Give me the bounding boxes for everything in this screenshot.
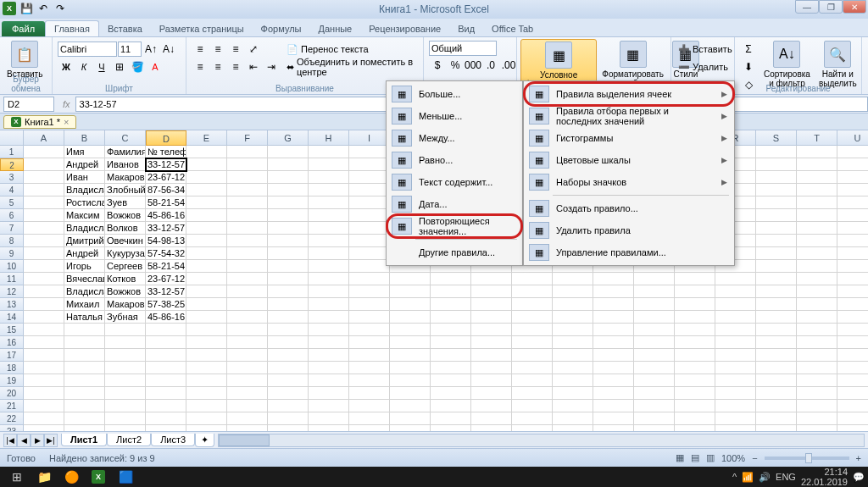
cell[interactable] [553, 374, 593, 387]
cell[interactable]: Вячеслав [64, 273, 105, 285]
cell[interactable] [309, 146, 349, 158]
font-color-icon[interactable]: A [147, 58, 164, 75]
cell[interactable] [309, 324, 349, 336]
cell[interactable] [268, 324, 309, 336]
row-header[interactable]: 17 [0, 349, 24, 362]
cell[interactable] [756, 273, 797, 285]
menu-item[interactable]: ▦Меньше... [388, 105, 520, 127]
cell[interactable] [837, 184, 868, 196]
cell[interactable] [471, 387, 512, 400]
cell[interactable] [24, 158, 64, 171]
cell[interactable]: № телефона [146, 146, 186, 158]
bold-icon[interactable]: Ж [58, 58, 75, 75]
cell[interactable] [146, 362, 186, 374]
cell[interactable] [837, 235, 868, 247]
cell[interactable] [675, 324, 715, 336]
cell[interactable] [64, 374, 105, 387]
cell[interactable] [797, 374, 837, 387]
cell[interactable] [471, 336, 512, 349]
cell[interactable]: Сергеев [105, 260, 146, 273]
cell[interactable] [471, 400, 512, 412]
decimal-inc-icon[interactable]: .0 [482, 57, 499, 74]
cell[interactable] [309, 387, 349, 400]
cell[interactable] [512, 387, 553, 400]
cell[interactable] [186, 196, 227, 209]
cell[interactable] [24, 171, 64, 184]
cell[interactable] [431, 362, 471, 374]
cell[interactable] [227, 311, 268, 324]
cell[interactable]: Ростислав [64, 196, 105, 209]
cell[interactable] [227, 260, 268, 273]
cell[interactable] [390, 324, 431, 336]
cell[interactable] [797, 247, 837, 260]
cell[interactable] [675, 349, 715, 362]
align-left-icon[interactable]: ≡ [192, 58, 209, 75]
cell[interactable] [471, 349, 512, 362]
row-header[interactable]: 22 [0, 412, 24, 425]
cell[interactable] [837, 374, 868, 387]
cell[interactable] [227, 171, 268, 184]
menu-item[interactable]: ▦Между... [388, 127, 520, 149]
percent-icon[interactable]: % [447, 57, 464, 74]
row-header[interactable]: 4 [0, 184, 24, 196]
sheet-nav-prev[interactable]: ◀ [17, 434, 31, 447]
cell[interactable] [146, 349, 186, 362]
font-size-select[interactable] [118, 42, 142, 57]
undo-icon[interactable]: ↶ [36, 2, 51, 15]
column-header[interactable]: U [837, 130, 868, 146]
cell[interactable] [634, 362, 675, 374]
decimal-dec-icon[interactable]: .00 [500, 57, 517, 74]
menu-item[interactable]: ▦Дата... [388, 193, 520, 215]
cell[interactable] [24, 209, 64, 222]
cell[interactable] [512, 412, 553, 425]
cell[interactable] [471, 285, 512, 298]
cell[interactable]: Фамилия [105, 146, 146, 158]
cell[interactable] [634, 400, 675, 412]
cell[interactable] [349, 273, 390, 285]
tab-officetab[interactable]: Office Tab [483, 21, 542, 36]
cell[interactable] [227, 209, 268, 222]
cell[interactable] [186, 184, 227, 196]
row-header[interactable]: 1 [0, 146, 24, 158]
cell[interactable] [309, 171, 349, 184]
cell[interactable] [553, 400, 593, 412]
cell[interactable] [24, 184, 64, 196]
cell[interactable] [715, 412, 756, 425]
cell[interactable] [227, 387, 268, 400]
tray-volume-icon[interactable]: 🔊 [759, 472, 771, 483]
cell[interactable] [837, 158, 868, 171]
cell[interactable] [24, 285, 64, 298]
cell[interactable] [24, 311, 64, 324]
indent-dec-icon[interactable]: ⇤ [245, 58, 262, 75]
cell[interactable] [268, 387, 309, 400]
cell[interactable] [227, 146, 268, 158]
column-header[interactable]: T [797, 130, 837, 146]
tab-view[interactable]: Вид [449, 21, 483, 36]
menu-item[interactable]: ▦Текст содержит... [388, 171, 520, 193]
cell[interactable] [715, 324, 756, 336]
cell[interactable] [309, 374, 349, 387]
cell[interactable] [309, 235, 349, 247]
cell[interactable]: Игорь [64, 260, 105, 273]
cell[interactable] [186, 285, 227, 298]
cell[interactable] [390, 374, 431, 387]
cell[interactable] [471, 374, 512, 387]
cell[interactable] [634, 311, 675, 324]
cell[interactable] [64, 324, 105, 336]
cell[interactable] [105, 362, 146, 374]
cell[interactable]: Зуев [105, 196, 146, 209]
cell[interactable] [227, 273, 268, 285]
cell[interactable] [634, 374, 675, 387]
menu-item[interactable]: ▦Управление правилами... [526, 241, 732, 263]
cell[interactable] [24, 273, 64, 285]
cell[interactable] [24, 235, 64, 247]
cell[interactable] [715, 349, 756, 362]
cell[interactable] [797, 196, 837, 209]
cell[interactable]: Вожжов [105, 209, 146, 222]
row-header[interactable]: 2 [0, 158, 24, 171]
menu-item[interactable]: ▦Правила отбора первых и последних значе… [526, 105, 732, 127]
cell[interactable] [797, 209, 837, 222]
cell[interactable] [186, 311, 227, 324]
cell[interactable] [675, 311, 715, 324]
tab-data[interactable]: Данные [309, 21, 360, 36]
